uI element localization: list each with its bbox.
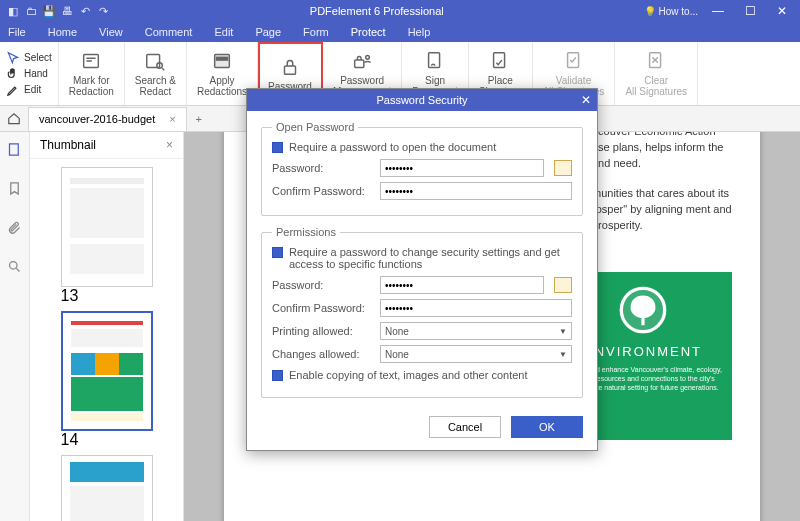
paragraph-1: get and five-year financial 2020 Action … — [592, 132, 732, 172]
lock-icon — [279, 56, 301, 78]
sign-doc-icon — [424, 50, 446, 72]
print-icon[interactable]: 🖶 — [60, 4, 74, 18]
maximize-button[interactable]: ☐ — [738, 4, 762, 18]
cursor-tools-group: Select Hand Edit — [0, 42, 59, 105]
app-title: PDFelement 6 Professional — [116, 5, 638, 17]
select-tool[interactable]: Select — [6, 51, 52, 65]
svg-rect-6 — [355, 60, 364, 67]
svg-rect-3 — [215, 55, 230, 68]
open-confirm-password-input[interactable] — [380, 182, 572, 200]
menu-edit[interactable]: Edit — [214, 26, 233, 38]
svg-rect-12 — [10, 144, 19, 155]
enable-copying-checkbox[interactable]: Enable copying of text, images and other… — [272, 369, 572, 381]
menu-protect[interactable]: Protect — [351, 26, 386, 38]
menu-form[interactable]: Form — [303, 26, 329, 38]
menu-help[interactable]: Help — [408, 26, 431, 38]
redo-icon[interactable]: ↷ — [96, 4, 110, 18]
close-tab-icon[interactable]: × — [169, 113, 175, 125]
thumb-page-13[interactable] — [61, 167, 153, 287]
search-icon-rail[interactable] — [7, 259, 22, 278]
validate-icon — [563, 50, 585, 72]
lock-user-icon — [351, 50, 373, 72]
close-button[interactable]: ✕ — [770, 4, 794, 18]
password-security-dialog: Password Security ✕ Open Password Requir… — [246, 88, 598, 451]
thumb-page-15[interactable] — [61, 455, 153, 521]
changes-allowed-select[interactable]: None ▼ — [380, 345, 572, 363]
perm-confirm-password-input[interactable] — [380, 299, 572, 317]
require-open-password-checkbox[interactable]: Require a password to open the document — [272, 141, 572, 153]
search-redact-icon — [144, 50, 166, 72]
cursor-icon — [6, 51, 20, 65]
menu-comment[interactable]: Comment — [145, 26, 193, 38]
side-rail — [0, 132, 30, 521]
svg-rect-9 — [494, 53, 505, 68]
menu-home[interactable]: Home — [48, 26, 77, 38]
quick-access-toolbar: ◧ 🗀 💾 🖶 ↶ ↷ — [0, 4, 116, 18]
edit-tool[interactable]: Edit — [6, 83, 52, 97]
open-password-input[interactable] — [380, 159, 544, 177]
cancel-button[interactable]: Cancel — [429, 416, 501, 438]
lightbulb-icon: 💡 — [644, 6, 656, 17]
dialog-close-icon[interactable]: ✕ — [581, 93, 591, 107]
apply-redactions-icon — [211, 50, 233, 72]
search-redact-button[interactable]: Search & Redact — [125, 42, 187, 105]
how-to-link[interactable]: 💡 How to... — [644, 6, 698, 17]
minimize-button[interactable]: — — [706, 4, 730, 18]
require-permissions-password-checkbox[interactable]: Require a password to change security se… — [272, 246, 572, 270]
clear-sig-icon — [645, 50, 667, 72]
checkbox-icon — [272, 142, 283, 153]
attachment-icon[interactable] — [7, 220, 22, 239]
checkbox-icon — [272, 370, 283, 381]
home-icon — [7, 112, 21, 126]
mark-redaction-button[interactable]: Mark for Redaction — [59, 42, 125, 105]
dialog-titlebar: Password Security ✕ — [247, 89, 597, 111]
open-password-group: Open Password Require a password to open… — [261, 121, 583, 216]
app-window: ◧ 🗀 💾 🖶 ↶ ↷ PDFelement 6 Professional 💡 … — [0, 0, 800, 521]
svg-rect-5 — [284, 66, 295, 74]
svg-rect-4 — [216, 57, 227, 60]
doc-tab-vancouver[interactable]: vancouver-2016-budget × — [28, 107, 187, 131]
thumbnail-panel: Thumbnail × 13 — [30, 132, 184, 521]
undo-icon[interactable]: ↶ — [78, 4, 92, 18]
svg-rect-1 — [147, 55, 160, 68]
paragraph-2: munities that cares about its rosper" by… — [592, 186, 732, 234]
save-icon[interactable]: 💾 — [42, 4, 56, 18]
show-perm-password-button[interactable] — [554, 277, 572, 293]
menu-view[interactable]: View — [99, 26, 123, 38]
open-icon[interactable]: 🗀 — [24, 4, 38, 18]
thumbnail-panel-title: Thumbnail — [40, 138, 96, 152]
hand-icon — [6, 67, 20, 81]
close-panel-icon[interactable]: × — [166, 138, 173, 152]
home-tab-button[interactable] — [0, 112, 28, 126]
chevron-down-icon: ▼ — [559, 350, 567, 359]
thumb-page-14[interactable] — [61, 311, 153, 431]
show-password-button[interactable] — [554, 160, 572, 176]
menu-page[interactable]: Page — [255, 26, 281, 38]
new-tab-button[interactable]: + — [187, 113, 211, 125]
thumbnails-icon[interactable] — [7, 142, 22, 161]
ok-button[interactable]: OK — [511, 416, 583, 438]
signature-icon — [489, 50, 511, 72]
perm-password-input[interactable] — [380, 276, 544, 294]
chevron-down-icon: ▼ — [559, 327, 567, 336]
printing-allowed-select[interactable]: None ▼ — [380, 322, 572, 340]
titlebar: ◧ 🗀 💾 🖶 ↶ ↷ PDFelement 6 Professional 💡 … — [0, 0, 800, 22]
menubar: File Home View Comment Edit Page Form Pr… — [0, 22, 800, 42]
tree-icon — [617, 284, 669, 336]
pencil-icon — [6, 83, 20, 97]
bookmark-icon[interactable] — [7, 181, 22, 200]
svg-point-7 — [366, 56, 370, 60]
svg-point-13 — [10, 262, 18, 270]
redaction-mark-icon — [80, 50, 102, 72]
checkbox-icon — [272, 247, 283, 258]
permissions-group: Permissions Require a password to change… — [261, 226, 583, 398]
menu-file[interactable]: File — [8, 26, 26, 38]
hand-tool[interactable]: Hand — [6, 67, 52, 81]
app-logo-icon: ◧ — [6, 4, 20, 18]
clear-signatures-button[interactable]: Clear All Signatures — [615, 42, 698, 105]
